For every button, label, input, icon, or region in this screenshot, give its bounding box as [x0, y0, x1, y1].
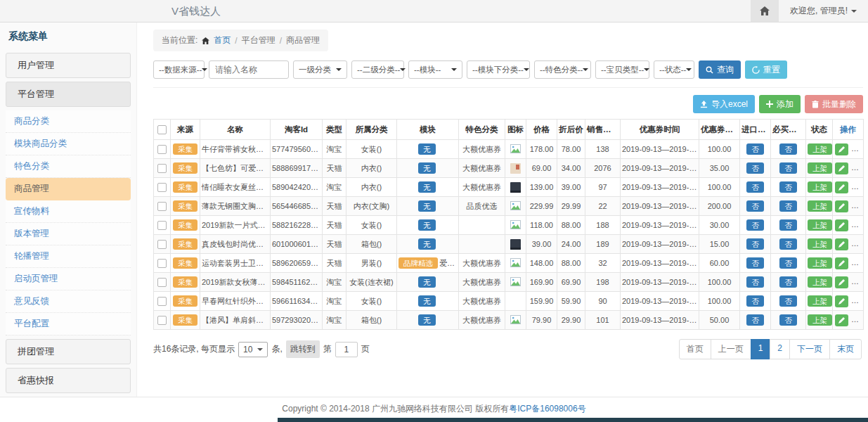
edit-button[interactable] [835, 238, 848, 250]
edit-button[interactable] [835, 162, 848, 174]
status-badge[interactable]: 上架 [808, 238, 832, 250]
status-badge[interactable]: 上架 [808, 200, 832, 212]
delete-button[interactable] [852, 181, 863, 193]
row-checkbox[interactable] [157, 202, 167, 211]
import-select-badge[interactable]: 否 [746, 143, 764, 155]
row-checkbox[interactable] [157, 297, 167, 306]
sidebar-item-意见反馈[interactable]: 意见反馈 [6, 290, 131, 313]
edit-button[interactable] [835, 257, 848, 269]
jump-button[interactable]: 跳转到 [286, 340, 320, 358]
must-buy-badge[interactable]: 否 [779, 143, 797, 155]
page-button-末页[interactable]: 末页 [829, 339, 862, 359]
import-select-badge[interactable]: 否 [746, 219, 764, 231]
filter-data-source[interactable]: --数据来源-- [153, 60, 205, 79]
reset-button[interactable]: 重置 [745, 60, 787, 79]
row-checkbox[interactable] [157, 278, 167, 287]
import-select-badge[interactable]: 否 [746, 314, 764, 326]
delete-button[interactable] [852, 219, 863, 231]
delete-button[interactable] [852, 314, 863, 326]
row-checkbox[interactable] [157, 183, 167, 192]
must-buy-badge[interactable]: 否 [779, 238, 797, 250]
edit-button[interactable] [835, 219, 848, 231]
import-select-badge[interactable]: 否 [746, 200, 764, 212]
delete-button[interactable] [852, 143, 863, 155]
sidebar-item-启动页管理[interactable]: 启动页管理 [6, 268, 131, 290]
delete-button[interactable] [852, 257, 863, 269]
jump-page-input[interactable] [335, 342, 358, 357]
sidebar-item-宣传物料[interactable]: 宣传物料 [6, 200, 131, 223]
select-all-checkbox[interactable] [157, 125, 167, 134]
edit-button[interactable] [835, 181, 848, 193]
edit-button[interactable] [835, 143, 848, 155]
sidebar-item-平台配置[interactable]: 平台配置 [6, 313, 131, 335]
must-buy-badge[interactable]: 否 [779, 276, 797, 288]
row-checkbox[interactable] [157, 316, 167, 325]
import-excel-button[interactable]: 导入excel [693, 95, 755, 113]
page-button-首页[interactable]: 首页 [679, 339, 711, 359]
sidebar-group-用户管理[interactable]: 用户管理 [6, 53, 131, 78]
delete-button[interactable] [852, 295, 863, 307]
row-checkbox[interactable] [157, 259, 167, 268]
filter-module-subcategory[interactable]: --模块下分类-- [467, 60, 530, 79]
edit-button[interactable] [835, 314, 848, 326]
name-search-input[interactable] [209, 60, 289, 79]
icp-link[interactable]: 粤ICP备16098006号 [509, 404, 585, 414]
status-badge[interactable]: 上架 [808, 181, 832, 193]
sidebar-item-特色分类[interactable]: 特色分类 [6, 155, 131, 178]
edit-button[interactable] [835, 295, 848, 307]
status-badge[interactable]: 上架 [808, 162, 832, 174]
must-buy-badge[interactable]: 否 [779, 257, 797, 269]
delete-button[interactable] [852, 276, 863, 288]
breadcrumb-home-link[interactable]: 首页 [214, 34, 231, 46]
row-checkbox[interactable] [157, 240, 167, 249]
filter-status[interactable]: --状态-- [654, 60, 694, 79]
row-checkbox[interactable] [157, 164, 167, 173]
must-buy-badge[interactable]: 否 [779, 162, 797, 174]
import-select-badge[interactable]: 否 [746, 162, 764, 174]
status-badge[interactable]: 上架 [808, 276, 832, 288]
must-buy-badge[interactable]: 否 [779, 181, 797, 193]
must-buy-badge[interactable]: 否 [779, 200, 797, 212]
row-checkbox[interactable] [157, 145, 167, 154]
sidebar-item-商品分类[interactable]: 商品分类 [6, 110, 131, 133]
delete-button[interactable] [852, 238, 863, 250]
sidebar-item-模块商品分类[interactable]: 模块商品分类 [6, 133, 131, 155]
batch-delete-button[interactable]: 批量删除 [805, 95, 863, 113]
filter-level1-category[interactable]: 一级分类 [293, 60, 347, 79]
sidebar-group-省惠快报[interactable]: 省惠快报 [6, 368, 131, 393]
filter-module[interactable]: --模块-- [408, 60, 462, 79]
delete-button[interactable] [852, 200, 863, 212]
per-page-select[interactable]: 10 [238, 342, 268, 357]
must-buy-badge[interactable]: 否 [779, 295, 797, 307]
page-button-下一页[interactable]: 下一页 [789, 339, 830, 359]
filter-feature-category[interactable]: --特色分类-- [534, 60, 591, 79]
must-buy-badge[interactable]: 否 [779, 219, 797, 231]
sidebar-group-平台管理[interactable]: 平台管理 [6, 82, 131, 107]
import-select-badge[interactable]: 否 [746, 257, 764, 269]
page-button-2[interactable]: 2 [770, 339, 790, 359]
user-menu[interactable]: 欢迎您, 管理员! [779, 5, 868, 17]
must-buy-badge[interactable]: 否 [779, 314, 797, 326]
status-badge[interactable]: 上架 [808, 295, 832, 307]
status-badge[interactable]: 上架 [808, 257, 832, 269]
page-button-1[interactable]: 1 [751, 339, 771, 359]
add-button[interactable]: 添加 [759, 95, 801, 113]
query-button[interactable]: 查询 [699, 60, 741, 79]
status-badge[interactable]: 上架 [808, 219, 832, 231]
import-select-badge[interactable]: 否 [746, 295, 764, 307]
import-select-badge[interactable]: 否 [746, 276, 764, 288]
sidebar-item-轮播管理[interactable]: 轮播管理 [6, 245, 131, 268]
import-select-badge[interactable]: 否 [746, 238, 764, 250]
page-button-上一页[interactable]: 上一页 [711, 339, 751, 359]
import-select-badge[interactable]: 否 [746, 181, 764, 193]
status-badge[interactable]: 上架 [808, 314, 832, 326]
delete-button[interactable] [852, 162, 863, 174]
home-button[interactable] [751, 0, 779, 22]
filter-level2-category[interactable]: --二级分类-- [351, 60, 404, 79]
sidebar-group-拼团管理[interactable]: 拼团管理 [6, 339, 131, 364]
filter-item-type[interactable]: --宝贝类型-- [595, 60, 649, 79]
row-checkbox[interactable] [157, 221, 167, 230]
sidebar-item-版本管理[interactable]: 版本管理 [6, 223, 131, 245]
sidebar-item-商品管理[interactable]: 商品管理 [6, 178, 131, 200]
edit-button[interactable] [835, 276, 848, 288]
